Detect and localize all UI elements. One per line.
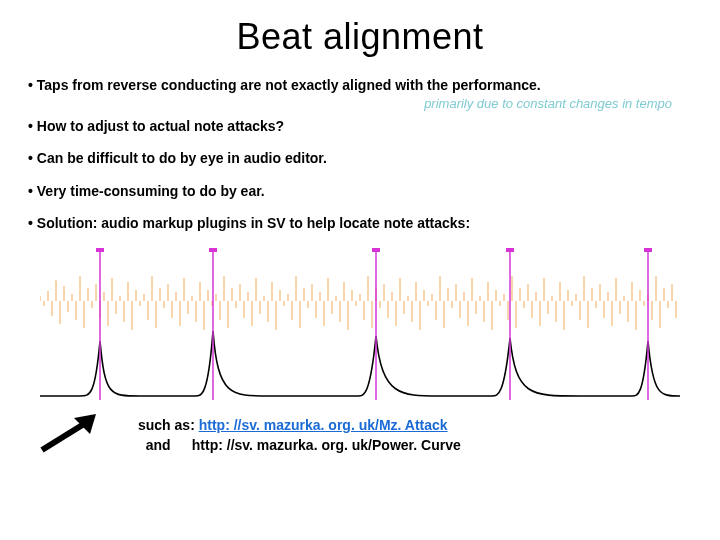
svg-rect-6 <box>96 248 104 252</box>
svg-rect-10 <box>644 248 652 252</box>
bullet-4: • Very time-consuming to do by ear. <box>28 182 692 200</box>
bullet-3-text: Can be difficult to do by eye in audio e… <box>37 150 327 166</box>
bullet-2-text: How to adjust to actual note attacks? <box>37 118 284 134</box>
svg-rect-9 <box>506 248 514 252</box>
slide: Beat alignment • Taps from reverse condu… <box>0 0 720 540</box>
subnote: primarily due to constant changes in tem… <box>28 96 692 111</box>
waveform-figure <box>40 246 680 406</box>
svg-line-12 <box>42 424 84 450</box>
bullet-4-text: Very time-consuming to do by ear. <box>37 183 265 199</box>
bullet-1-text: Taps from reverse conducting are not exa… <box>37 77 541 93</box>
bullet-1: • Taps from reverse conducting are not e… <box>28 76 692 94</box>
svg-rect-8 <box>372 248 380 252</box>
bullet-3: • Can be difficult to do by eye in audio… <box>28 149 692 167</box>
bullet-5: • Solution: audio markup plugins in SV t… <box>28 214 692 232</box>
pointer-arrow-icon <box>36 414 96 454</box>
svg-rect-7 <box>209 248 217 252</box>
slide-title: Beat alignment <box>28 16 692 58</box>
waveform-svg <box>40 246 680 406</box>
caption: such as: http: //sv. mazurka. org. uk/Mz… <box>138 416 692 455</box>
link-powercurve: http: //sv. mazurka. org. uk/Power. Curv… <box>192 437 461 453</box>
svg-rect-0 <box>40 246 680 406</box>
bullet-5-text: Solution: audio markup plugins in SV to … <box>37 215 470 231</box>
link-mzattack[interactable]: http: //sv. mazurka. org. uk/Mz. Attack <box>199 417 448 433</box>
bullet-2: • How to adjust to actual note attacks? <box>28 117 692 135</box>
caption-and: and <box>146 436 192 456</box>
caption-lead: such as: <box>138 417 199 433</box>
